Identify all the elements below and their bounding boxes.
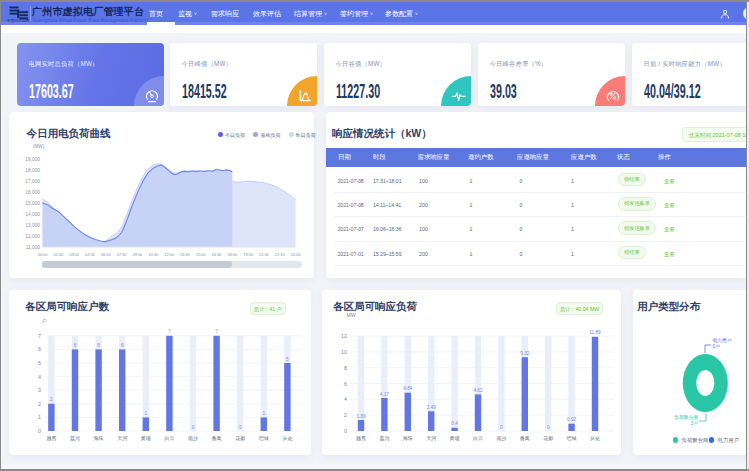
- svg-text:增城: 增城: [258, 435, 269, 441]
- svg-text:14,000: 14,000: [25, 212, 40, 217]
- svg-text:7: 7: [215, 329, 218, 334]
- svg-text:6: 6: [97, 343, 100, 348]
- svg-text:1: 1: [38, 414, 41, 420]
- svg-text:18,000: 18,000: [25, 168, 40, 173]
- svg-text:13:30: 13:30: [180, 252, 191, 257]
- svg-text:17,000: 17,000: [25, 179, 40, 184]
- svg-text:19,000: 19,000: [25, 157, 40, 162]
- svg-text:5: 5: [286, 357, 289, 362]
- svg-text:19:30: 19:30: [243, 252, 254, 257]
- svg-text:4: 4: [344, 396, 347, 402]
- svg-text:0: 0: [239, 425, 242, 430]
- svg-text:16:30: 16:30: [212, 252, 223, 257]
- svg-text:电力用户: 电力用户: [713, 337, 732, 344]
- svg-text:06:00: 06:00: [101, 252, 112, 257]
- svg-text:荔湾: 荔湾: [379, 435, 389, 442]
- svg-text:4.17: 4.17: [380, 392, 390, 397]
- svg-text:16,000: 16,000: [25, 190, 40, 195]
- svg-text:番禺: 番禺: [212, 435, 222, 441]
- svg-text:22:30: 22:30: [275, 252, 286, 257]
- svg-text:4: 4: [38, 374, 41, 380]
- svg-text:海珠: 海珠: [94, 435, 104, 442]
- svg-text:负荷聚合商: 负荷聚合商: [674, 414, 698, 421]
- svg-text:10: 10: [341, 349, 347, 355]
- svg-text:21:00: 21:00: [259, 252, 270, 257]
- svg-text:09:00: 09:00: [133, 252, 144, 257]
- svg-text:15:00: 15:00: [196, 252, 207, 257]
- svg-text:2.49: 2.49: [427, 405, 437, 410]
- svg-text:9.32: 9.32: [520, 351, 530, 356]
- svg-text:3户: 3户: [691, 420, 699, 426]
- svg-text:番禺: 番禺: [520, 435, 530, 441]
- svg-text:南沙: 南沙: [188, 435, 198, 442]
- svg-text:黄埔: 黄埔: [450, 435, 460, 441]
- svg-text:6: 6: [38, 346, 41, 352]
- svg-text:04:30: 04:30: [85, 252, 96, 257]
- svg-text:海珠: 海珠: [403, 435, 413, 442]
- svg-text:0: 0: [344, 428, 347, 434]
- svg-text:南沙: 南沙: [496, 435, 506, 442]
- svg-text:白云: 白云: [473, 435, 483, 442]
- svg-text:0户: 0户: [713, 343, 721, 349]
- svg-text:4.84: 4.84: [403, 386, 413, 391]
- svg-text:花都: 花都: [543, 435, 553, 442]
- svg-text:1.39: 1.39: [356, 414, 366, 419]
- svg-text:03:00: 03:00: [69, 252, 80, 257]
- svg-text:黄埔: 黄埔: [141, 435, 151, 441]
- svg-text:15,000: 15,000: [25, 201, 40, 206]
- svg-text:从化: 从化: [590, 435, 600, 442]
- svg-text:天河: 天河: [117, 435, 127, 442]
- svg-text:4.62: 4.62: [473, 388, 483, 393]
- svg-text:1: 1: [262, 411, 265, 416]
- svg-text:电力用户: 电力用户: [718, 437, 740, 444]
- svg-text:0.4: 0.4: [451, 421, 458, 426]
- svg-text:24:00: 24:00: [291, 252, 302, 257]
- svg-text:天河: 天河: [426, 435, 436, 442]
- svg-text:5: 5: [38, 360, 41, 366]
- svg-text:花都: 花都: [235, 435, 245, 442]
- svg-text:负荷聚合商: 负荷聚合商: [682, 437, 710, 444]
- svg-text:12,000: 12,000: [25, 234, 40, 239]
- svg-text:户: 户: [41, 318, 46, 324]
- svg-text:越秀: 越秀: [356, 435, 366, 442]
- svg-text:10:30: 10:30: [148, 252, 159, 257]
- svg-text:增城: 增城: [566, 435, 577, 441]
- svg-text:3: 3: [38, 387, 41, 393]
- svg-text:从化: 从化: [282, 435, 292, 442]
- svg-text:13,000: 13,000: [25, 223, 40, 228]
- svg-text:00:00: 00:00: [38, 252, 49, 257]
- svg-text:2: 2: [50, 397, 53, 402]
- svg-text:07:30: 07:30: [117, 252, 128, 257]
- svg-text:18:00: 18:00: [227, 252, 238, 257]
- svg-text:12: 12: [341, 333, 347, 339]
- svg-text:2: 2: [38, 401, 41, 407]
- svg-text:0: 0: [192, 425, 195, 430]
- svg-text:01:30: 01:30: [53, 252, 64, 257]
- svg-text:0: 0: [500, 425, 503, 430]
- svg-text:7: 7: [168, 329, 171, 334]
- svg-text:6: 6: [121, 343, 124, 348]
- svg-text:荔湾: 荔湾: [70, 435, 80, 442]
- svg-text:0: 0: [547, 425, 550, 430]
- svg-text:11.89: 11.89: [589, 330, 601, 335]
- svg-text:MW: MW: [346, 312, 355, 318]
- svg-text:0: 0: [38, 428, 41, 434]
- svg-text:7: 7: [38, 333, 41, 339]
- svg-text:6: 6: [344, 381, 347, 387]
- svg-text:白云: 白云: [164, 435, 174, 442]
- svg-text:12:00: 12:00: [164, 252, 175, 257]
- svg-text:6: 6: [74, 343, 77, 348]
- svg-text:越秀: 越秀: [46, 435, 56, 442]
- svg-text:1: 1: [144, 411, 147, 416]
- svg-text:11,000: 11,000: [26, 245, 41, 250]
- svg-text:0.92: 0.92: [567, 417, 577, 422]
- svg-text:8: 8: [344, 365, 347, 371]
- svg-text:2: 2: [344, 412, 347, 418]
